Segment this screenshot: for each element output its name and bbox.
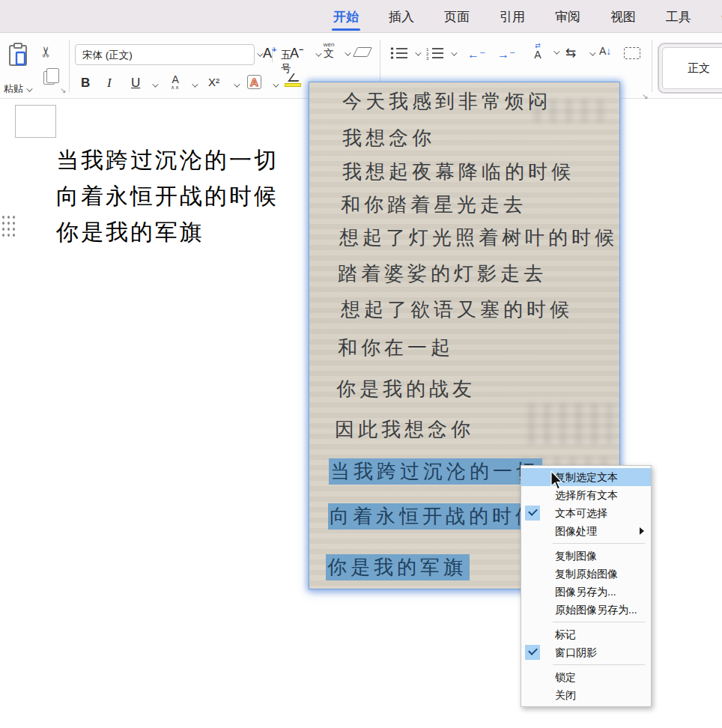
ribbon-tab[interactable]: 开始 (331, 0, 361, 33)
page-margin-corner-mark (15, 105, 56, 138)
style-item-body-text[interactable]: 正文 (662, 47, 722, 89)
chevron-down-icon[interactable] (192, 81, 198, 87)
ribbon-tab[interactable]: 引用 (497, 0, 527, 33)
chevron-down-icon[interactable] (415, 49, 421, 55)
chevron-down-icon[interactable] (451, 49, 457, 55)
menu-item[interactable]: 图像另存为... (521, 583, 651, 601)
highlighter-pen-icon (288, 73, 304, 82)
mouse-cursor-icon (550, 471, 567, 492)
superscript-button[interactable]: X² (208, 76, 219, 88)
decrease-indent-icon[interactable]: ←⁻ (467, 47, 485, 61)
menu-item[interactable]: 文本可选择 (521, 504, 651, 522)
document-line[interactable]: 向着永恒开战的时候 (56, 178, 279, 214)
photo-text-line[interactable]: 向着永恒开战的时候 (328, 503, 542, 530)
menu-item[interactable] (553, 543, 645, 544)
photo-text-line[interactable]: 因此我想念你 (335, 416, 474, 443)
increase-font-button[interactable]: A+ (263, 45, 276, 61)
ribbon-tab-label: 审阅 (555, 8, 580, 25)
chevron-down-icon (26, 85, 32, 91)
ribbon-tab-label: 工具 (666, 8, 691, 25)
numbered-list-button[interactable]: 123 (426, 46, 444, 60)
photo-text-line[interactable]: 你是我的战友 (336, 376, 476, 402)
photo-text-line[interactable]: 想起了灯光照着树叶的时候 (339, 225, 618, 251)
checkmark-icon (525, 506, 540, 521)
style-gallery[interactable]: 正文 (658, 43, 722, 94)
bullet-list-button[interactable] (390, 46, 408, 60)
ribbon-tab-label: 插入 (389, 8, 414, 25)
photo-text-line[interactable]: 当我跨过沉沦的一切 (329, 458, 542, 485)
photo-text-line[interactable]: 我想念你 (342, 125, 435, 151)
character-scale-button[interactable]: ⇄A (528, 43, 547, 60)
ribbon-tab[interactable]: 页面 (442, 0, 472, 33)
clipboard-dialog-launcher-icon[interactable]: ↘ (60, 86, 66, 94)
decrease-font-button[interactable]: A− (290, 45, 303, 61)
svg-text:3: 3 (426, 56, 429, 61)
document-line[interactable]: 你是我的军旗 (56, 214, 279, 250)
ribbon-tab[interactable]: 工具 (664, 0, 694, 33)
menu-item[interactable] (553, 664, 645, 665)
italic-button[interactable]: I (107, 76, 112, 91)
menu-item[interactable]: 标记 (521, 625, 651, 643)
chevron-down-icon[interactable] (345, 49, 351, 55)
highlight-yellow-swatch (285, 83, 301, 87)
menu-item[interactable]: 关闭 (521, 686, 651, 704)
chevron-down-icon[interactable] (152, 81, 158, 87)
ribbon-tab[interactable]: 插入 (386, 0, 416, 33)
font-controls: 宋体 (正文) 五号 (75, 44, 255, 65)
underline-button[interactable]: U (131, 76, 140, 91)
checkmark-icon (525, 645, 540, 660)
ribbon-tab[interactable]: 会 (719, 0, 722, 33)
paste-icon[interactable] (7, 43, 30, 67)
cut-icon[interactable]: ✂ (37, 46, 55, 58)
ribbon-tab-label: 开始 (333, 8, 359, 25)
ribbon-tab[interactable]: 审阅 (553, 0, 583, 33)
page-bleedthrough (528, 403, 612, 445)
font-color-button[interactable]: A (247, 75, 261, 89)
menu-item[interactable] (553, 622, 645, 622)
copy-icon[interactable] (43, 71, 55, 85)
group-divider (652, 40, 652, 92)
chevron-down-icon[interactable] (589, 49, 595, 55)
ribbon-tab[interactable]: 视图 (608, 0, 638, 33)
menu-item[interactable]: 复制原始图像 (521, 565, 651, 583)
ribbon-tabs: 开始 插入 页面 引用 审阅 视图 工具 会 (331, 0, 722, 33)
menu-item[interactable]: 原始图像另存为... (521, 601, 651, 619)
context-menu: 复制选定文本 选择所有文本 文本可选择 图像处理 复制图像 复制原始图像 (521, 465, 652, 707)
submenu-arrow-icon (640, 527, 644, 535)
chevron-down-icon[interactable] (273, 81, 279, 87)
chevron-down-icon[interactable] (553, 48, 559, 54)
photo-text-line[interactable]: 今天我感到非常烦闷 (342, 88, 551, 115)
document-paragraphs[interactable]: 当我跨过沉沦的一切向着永恒开战的时候你是我的军旗 (56, 142, 279, 250)
menu-item[interactable]: 选择所有文本 (521, 486, 651, 504)
phonetic-guide-button[interactable]: wén文 (318, 42, 340, 58)
emphasis-mark-button[interactable]: A∧∧ (171, 74, 180, 90)
photo-text-line[interactable]: 和你在一起 (338, 335, 454, 361)
ribbon-tab-label: 视图 (610, 8, 636, 25)
photo-text-line[interactable]: 你是我的军旗 (326, 554, 470, 580)
font-name-select[interactable]: 宋体 (正文) (82, 49, 133, 62)
paragraph-drag-handle-icon[interactable] (1, 214, 16, 237)
highlight-color-button[interactable] (285, 73, 303, 87)
menu-item[interactable]: 复制选定文本 (521, 468, 651, 486)
menu-item[interactable]: 图像处理 (521, 522, 651, 540)
document-line[interactable]: 当我跨过沉沦的一切 (56, 142, 279, 178)
increase-indent-icon[interactable]: →⁻ (497, 47, 515, 61)
ribbon-tab-strip: 开始 插入 页面 引用 审阅 视图 工具 会 (0, 0, 722, 33)
chevron-down-icon[interactable] (234, 81, 240, 87)
marks-toggle-icon[interactable] (624, 47, 640, 59)
photo-text-line[interactable]: 想起了欲语又塞的时候 (341, 297, 573, 323)
bold-button[interactable]: B (81, 76, 90, 91)
paste-button[interactable]: 粘贴 (0, 82, 34, 96)
photo-text-line[interactable]: 我想起夜幕降临的时候 (342, 159, 574, 185)
sort-button[interactable]: A↓ (599, 45, 611, 57)
menu-item[interactable]: 窗口阴影 (521, 643, 651, 661)
photo-text-line[interactable]: 踏着婆娑的灯影走去 (338, 261, 547, 287)
group-divider (69, 40, 70, 92)
ribbon-tab-label: 引用 (500, 8, 525, 25)
ribbon-tab-label: 页面 (444, 8, 470, 25)
menu-item[interactable]: 复制图像 (521, 547, 651, 565)
menu-item[interactable]: 锁定 (521, 668, 651, 686)
eraser-icon[interactable] (353, 47, 372, 57)
text-direction-button[interactable]: ⇆ (565, 45, 576, 61)
photo-text-line[interactable]: 和你踏着星光走去 (341, 192, 527, 218)
